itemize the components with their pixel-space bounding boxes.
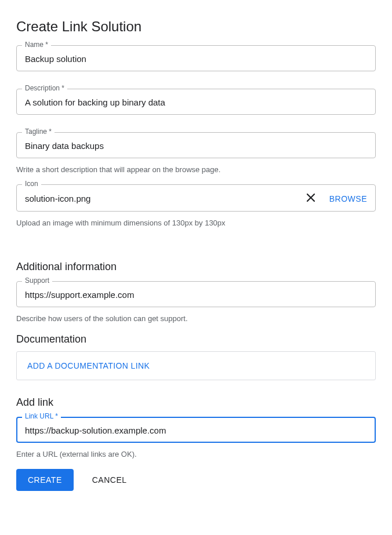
tagline-input[interactable] xyxy=(25,141,367,151)
icon-field: Icon solution-icon.png BROWSE xyxy=(16,184,376,212)
name-input[interactable] xyxy=(25,54,367,64)
create-button[interactable]: CREATE xyxy=(16,469,74,491)
icon-label: Icon xyxy=(22,180,41,188)
tagline-helper: Write a short description that will appe… xyxy=(16,165,376,174)
cancel-button[interactable]: CANCEL xyxy=(92,475,127,485)
description-input[interactable] xyxy=(25,97,367,107)
add-documentation-button[interactable]: ADD A DOCUMENTATION LINK xyxy=(16,351,376,380)
additional-heading: Additional information xyxy=(16,261,376,273)
support-field: Support xyxy=(16,281,376,307)
link-url-helper: Enter a URL (external links are OK). xyxy=(16,450,376,458)
link-url-field: Link URL * xyxy=(16,417,376,443)
page-title: Create Link Solution xyxy=(16,19,376,35)
documentation-heading: Documentation xyxy=(16,333,376,345)
name-field: Name * xyxy=(16,45,376,71)
support-label: Support xyxy=(22,276,52,285)
add-link-heading: Add link xyxy=(16,396,376,409)
close-icon[interactable] xyxy=(306,193,315,204)
tagline-label: Tagline * xyxy=(22,128,55,136)
description-field: Description * xyxy=(16,89,376,115)
icon-filename: solution-icon.png xyxy=(25,194,306,203)
link-url-input[interactable] xyxy=(25,425,367,435)
browse-button[interactable]: BROWSE xyxy=(329,194,367,203)
support-input[interactable] xyxy=(25,290,367,300)
icon-helper: Upload an image with minimum dimensions … xyxy=(16,219,376,227)
link-url-label: Link URL * xyxy=(22,412,61,420)
tagline-field: Tagline * xyxy=(16,132,376,158)
name-label: Name * xyxy=(22,41,51,49)
form-actions: CREATE CANCEL xyxy=(16,469,376,491)
support-helper: Describe how users of the solution can g… xyxy=(16,314,376,323)
description-label: Description * xyxy=(22,84,67,92)
